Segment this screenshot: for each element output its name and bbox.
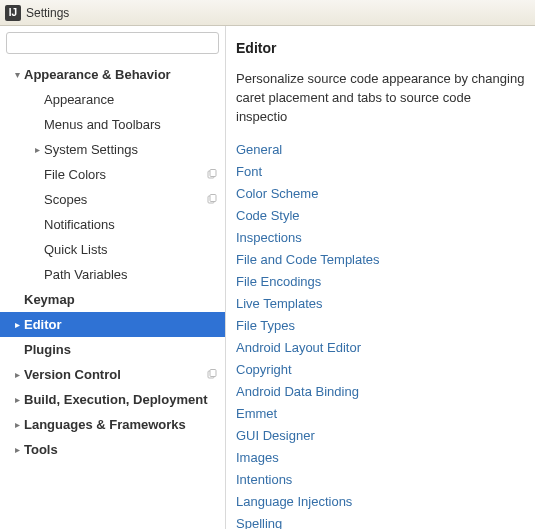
tree-item-label: Appearance & Behavior	[24, 67, 219, 82]
svg-rect-5	[210, 194, 216, 201]
chevron-right-icon[interactable]: ▸	[30, 144, 44, 155]
project-scope-icon	[205, 168, 219, 182]
editor-link[interactable]: Spelling	[236, 513, 525, 529]
tree-item-label: Menus and Toolbars	[44, 117, 219, 132]
editor-link[interactable]: Font	[236, 161, 525, 183]
tree-item-label: Scopes	[44, 192, 205, 207]
tree-item-label: Path Variables	[44, 267, 219, 282]
tree-item[interactable]: Scopes	[0, 187, 225, 212]
settings-tree[interactable]: ▾Appearance & BehaviorAppearanceMenus an…	[0, 58, 225, 529]
tree-item-label: Editor	[24, 317, 219, 332]
editor-link[interactable]: Language Injections	[236, 491, 525, 513]
tree-item[interactable]: Keymap	[0, 287, 225, 312]
tree-item-label: Appearance	[44, 92, 219, 107]
tree-item-label: Plugins	[24, 342, 219, 357]
svg-rect-3	[210, 169, 216, 176]
tree-item[interactable]: Appearance	[0, 87, 225, 112]
tree-item-label: Build, Execution, Deployment	[24, 392, 219, 407]
tree-item-label: Tools	[24, 442, 219, 457]
titlebar: IJ Settings	[0, 0, 535, 26]
editor-link[interactable]: Copyright	[236, 359, 525, 381]
tree-item[interactable]: ▸System Settings	[0, 137, 225, 162]
tree-item-label: Keymap	[24, 292, 219, 307]
chevron-right-icon[interactable]: ▸	[10, 444, 24, 455]
chevron-down-icon[interactable]: ▾	[10, 69, 24, 80]
editor-link[interactable]: File Types	[236, 315, 525, 337]
content-title: Editor	[236, 40, 525, 56]
tree-item[interactable]: Notifications	[0, 212, 225, 237]
app-icon: IJ	[5, 5, 21, 21]
tree-item[interactable]: ▸Tools	[0, 437, 225, 462]
chevron-right-icon[interactable]: ▸	[10, 394, 24, 405]
editor-link[interactable]: Images	[236, 447, 525, 469]
search-input[interactable]	[6, 32, 219, 54]
svg-rect-7	[210, 369, 216, 376]
editor-link[interactable]: Code Style	[236, 205, 525, 227]
editor-link[interactable]: GUI Designer	[236, 425, 525, 447]
sidebar: ▾Appearance & BehaviorAppearanceMenus an…	[0, 26, 226, 529]
tree-item[interactable]: ▸Version Control	[0, 362, 225, 387]
tree-item[interactable]: ▸Editor	[0, 312, 225, 337]
search-wrap	[0, 26, 225, 58]
tree-item[interactable]: Path Variables	[0, 262, 225, 287]
window-title: Settings	[26, 6, 69, 20]
chevron-right-icon[interactable]: ▸	[10, 419, 24, 430]
content-description: Personalize source code appearance by ch…	[236, 70, 525, 127]
editor-link[interactable]: Color Scheme	[236, 183, 525, 205]
tree-item-label: Quick Lists	[44, 242, 219, 257]
project-scope-icon	[205, 193, 219, 207]
settings-body: ▾Appearance & BehaviorAppearanceMenus an…	[0, 26, 535, 529]
project-scope-icon	[205, 368, 219, 382]
tree-item[interactable]: Menus and Toolbars	[0, 112, 225, 137]
tree-item[interactable]: ▸Build, Execution, Deployment	[0, 387, 225, 412]
editor-link[interactable]: Inspections	[236, 227, 525, 249]
editor-link[interactable]: Android Layout Editor	[236, 337, 525, 359]
editor-links: GeneralFontColor SchemeCode StyleInspect…	[236, 139, 525, 529]
chevron-right-icon[interactable]: ▸	[10, 319, 24, 330]
editor-link[interactable]: File and Code Templates	[236, 249, 525, 271]
tree-item[interactable]: Quick Lists	[0, 237, 225, 262]
editor-link[interactable]: Intentions	[236, 469, 525, 491]
tree-item[interactable]: ▾Appearance & Behavior	[0, 62, 225, 87]
editor-link[interactable]: General	[236, 139, 525, 161]
tree-item-label: File Colors	[44, 167, 205, 182]
tree-item-label: Version Control	[24, 367, 205, 382]
tree-item[interactable]: ▸Languages & Frameworks	[0, 412, 225, 437]
tree-item[interactable]: Plugins	[0, 337, 225, 362]
content-panel: Editor Personalize source code appearanc…	[226, 26, 535, 529]
editor-link[interactable]: Android Data Binding	[236, 381, 525, 403]
tree-item-label: Languages & Frameworks	[24, 417, 219, 432]
editor-link[interactable]: Live Templates	[236, 293, 525, 315]
editor-link[interactable]: File Encodings	[236, 271, 525, 293]
tree-item-label: System Settings	[44, 142, 219, 157]
tree-item[interactable]: File Colors	[0, 162, 225, 187]
editor-link[interactable]: Emmet	[236, 403, 525, 425]
tree-item-label: Notifications	[44, 217, 219, 232]
chevron-right-icon[interactable]: ▸	[10, 369, 24, 380]
